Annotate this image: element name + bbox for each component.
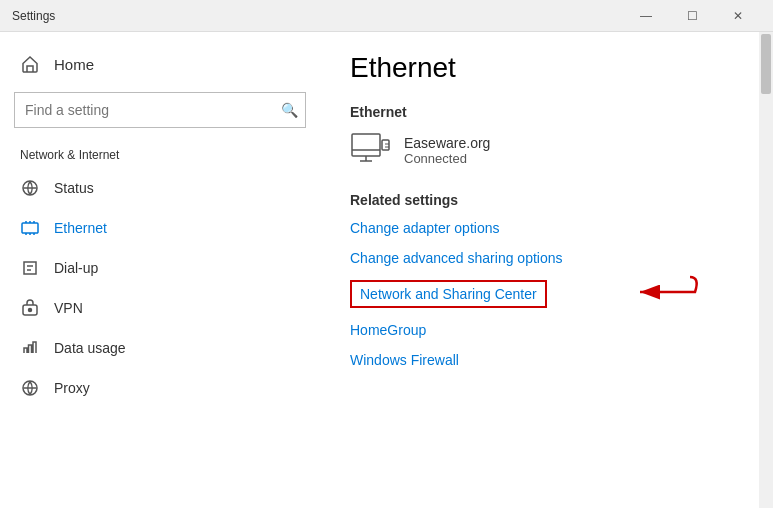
- maximize-button[interactable]: ☐: [669, 0, 715, 32]
- firewall-link[interactable]: Windows Firewall: [350, 352, 459, 368]
- scrollbar-track[interactable]: [759, 32, 773, 508]
- sidebar-item-status[interactable]: Status: [0, 168, 320, 208]
- scrollbar-thumb[interactable]: [761, 34, 771, 94]
- main-layout: Home 🔍 Network & Internet Status Etherne…: [0, 32, 773, 508]
- svg-rect-1: [22, 223, 38, 233]
- related-settings-title: Related settings: [350, 192, 729, 208]
- search-icon: 🔍: [281, 102, 298, 118]
- proxy-icon: [20, 378, 40, 398]
- search-container: 🔍: [14, 92, 306, 128]
- home-icon: [20, 54, 40, 74]
- sidebar-item-ethernet[interactable]: Ethernet: [0, 208, 320, 248]
- close-button[interactable]: ✕: [715, 0, 761, 32]
- dialup-label: Dial-up: [54, 260, 98, 276]
- status-icon: [20, 178, 40, 198]
- titlebar-title: Settings: [12, 9, 55, 23]
- homegroup-link[interactable]: HomeGroup: [350, 322, 426, 338]
- titlebar-controls: — ☐ ✕: [623, 0, 761, 32]
- arrow-indicator: [610, 272, 700, 316]
- page-title: Ethernet: [350, 52, 729, 84]
- network-info: Easeware.org Connected: [404, 135, 490, 166]
- search-input[interactable]: [14, 92, 306, 128]
- change-sharing-link[interactable]: Change advanced sharing options: [350, 250, 563, 266]
- sidebar-item-data-usage[interactable]: Data usage: [0, 328, 320, 368]
- svg-point-3: [29, 309, 32, 312]
- vpn-icon: [20, 298, 40, 318]
- sidebar-item-proxy[interactable]: Proxy: [0, 368, 320, 408]
- status-label: Status: [54, 180, 94, 196]
- section-label: Network & Internet: [0, 140, 320, 168]
- minimize-button[interactable]: —: [623, 0, 669, 32]
- network-item: Easeware.org Connected: [350, 132, 729, 168]
- proxy-label: Proxy: [54, 380, 90, 396]
- data-usage-icon: [20, 338, 40, 358]
- network-name: Easeware.org: [404, 135, 490, 151]
- ethernet-label: Ethernet: [54, 220, 107, 236]
- vpn-label: VPN: [54, 300, 83, 316]
- network-sharing-link[interactable]: Network and Sharing Center: [350, 280, 547, 308]
- sidebar-item-dialup[interactable]: Dial-up: [0, 248, 320, 288]
- monitor-icon: [350, 132, 390, 168]
- content-area: Ethernet Ethernet Easeware.org Connected…: [320, 32, 759, 508]
- sidebar-item-vpn[interactable]: VPN: [0, 288, 320, 328]
- home-label: Home: [54, 56, 94, 73]
- titlebar: Settings — ☐ ✕: [0, 0, 773, 32]
- change-adapter-link[interactable]: Change adapter options: [350, 220, 499, 236]
- data-usage-label: Data usage: [54, 340, 126, 356]
- svg-rect-5: [352, 134, 380, 156]
- dialup-icon: [20, 258, 40, 278]
- svg-rect-6: [382, 140, 389, 150]
- sidebar-item-home[interactable]: Home: [0, 44, 320, 84]
- sidebar: Home 🔍 Network & Internet Status Etherne…: [0, 32, 320, 508]
- ethernet-icon: [20, 218, 40, 238]
- network-status: Connected: [404, 151, 490, 166]
- ethernet-section-title: Ethernet: [350, 104, 729, 120]
